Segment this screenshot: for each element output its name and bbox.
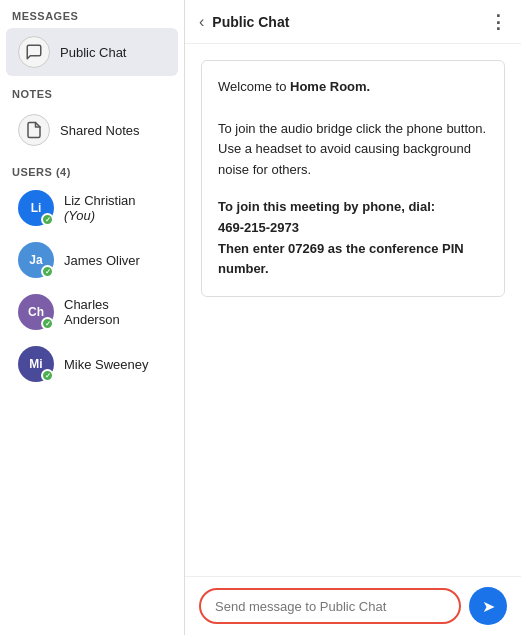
user-name-charles: Charles Anderson bbox=[64, 297, 166, 327]
avatar-james: Ja bbox=[18, 242, 54, 278]
user-item-charles[interactable]: Ch Charles Anderson bbox=[6, 288, 178, 336]
send-button[interactable]: ➤ bbox=[469, 587, 507, 625]
notes-section-label: NOTES bbox=[0, 78, 184, 104]
back-button[interactable]: ‹ bbox=[199, 13, 204, 31]
message-input-wrap[interactable] bbox=[199, 588, 461, 624]
user-item-mike[interactable]: Mi Mike Sweeney bbox=[6, 340, 178, 388]
user-item-james[interactable]: Ja James Oliver bbox=[6, 236, 178, 284]
message-input[interactable] bbox=[215, 599, 445, 614]
user-item-liz[interactable]: Li Liz Christian (You) bbox=[6, 184, 178, 232]
user-name-james: James Oliver bbox=[64, 253, 140, 268]
phone-dial-label: To join this meeting by phone, dial: bbox=[218, 199, 435, 214]
chat-icon bbox=[18, 36, 50, 68]
welcome-plain: Welcome to bbox=[218, 79, 290, 94]
phone-number: 469-215-2973 bbox=[218, 220, 299, 235]
more-options-button[interactable]: ⋮ bbox=[489, 11, 507, 33]
avatar-liz: Li bbox=[18, 190, 54, 226]
sidebar: MESSAGES Public Chat NOTES Shared Notes … bbox=[0, 0, 185, 635]
chat-body: Welcome to Home Room. To join the audio … bbox=[185, 44, 521, 576]
pin-text: Then enter 07269 as the conference PIN n… bbox=[218, 241, 464, 277]
avatar-charles: Ch bbox=[18, 294, 54, 330]
welcome-bold: Home Room. bbox=[290, 79, 370, 94]
status-dot-james bbox=[41, 265, 54, 278]
status-dot-mike bbox=[41, 369, 54, 382]
sidebar-item-public-chat[interactable]: Public Chat bbox=[6, 28, 178, 76]
user-name-mike: Mike Sweeney bbox=[64, 357, 149, 372]
sidebar-item-shared-notes[interactable]: Shared Notes bbox=[6, 106, 178, 154]
notes-icon bbox=[18, 114, 50, 146]
chat-footer: ➤ bbox=[185, 576, 521, 635]
main-chat-area: ‹ Public Chat ⋮ Welcome to Home Room. To… bbox=[185, 0, 521, 635]
welcome-intro: Welcome to Home Room. To join the audio … bbox=[218, 77, 488, 181]
welcome-para1: To join the audio bridge click the phone… bbox=[218, 121, 486, 178]
chat-header: ‹ Public Chat ⋮ bbox=[185, 0, 521, 44]
chat-title: Public Chat bbox=[212, 14, 489, 30]
phone-info: To join this meeting by phone, dial: 469… bbox=[218, 197, 488, 280]
users-section-label: USERS (4) bbox=[0, 156, 184, 182]
send-icon: ➤ bbox=[482, 597, 495, 616]
public-chat-label: Public Chat bbox=[60, 45, 126, 60]
status-dot-liz bbox=[41, 213, 54, 226]
user-name-liz: Liz Christian (You) bbox=[64, 193, 166, 223]
status-dot-charles bbox=[41, 317, 54, 330]
welcome-message: Welcome to Home Room. To join the audio … bbox=[201, 60, 505, 297]
messages-section-label: MESSAGES bbox=[0, 0, 184, 26]
shared-notes-label: Shared Notes bbox=[60, 123, 140, 138]
avatar-mike: Mi bbox=[18, 346, 54, 382]
